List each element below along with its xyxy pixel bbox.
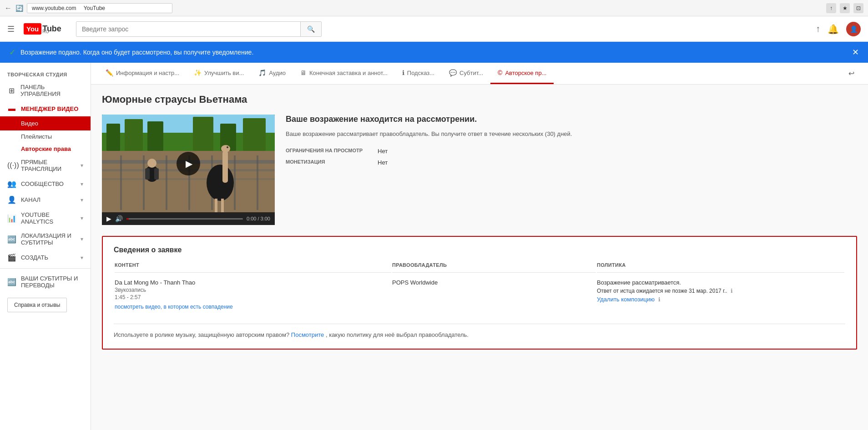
progress-bar[interactable]	[126, 218, 243, 220]
hamburger-menu[interactable]: ☰	[7, 24, 15, 34]
volume-button[interactable]: 🔊	[115, 215, 123, 222]
sidebar-video-manager-label: МЕНЕДЖЕР ВИДЕО	[21, 105, 78, 112]
monetization-label: МОНЕТИЗАЦИЯ	[286, 159, 372, 166]
browser-url-bar[interactable]: www.youtube.com YouTube	[27, 3, 172, 13]
svg-point-26	[147, 159, 156, 168]
restriction-row: ОГРАНИЧЕНИЯ НА ПРОСМОТР Нет	[286, 148, 857, 155]
svg-rect-13	[143, 155, 145, 210]
tab-copyright-icon: ©	[498, 69, 502, 76]
sidebar-item-create[interactable]: 🎬 СОЗДАТЬ ▾	[0, 250, 91, 265]
claim-footer: Используете в ролике музыку, защищённую …	[114, 324, 845, 340]
review-desc: Ваше возражение рассматривает правооблад…	[286, 130, 857, 139]
analytics-arrow: ▾	[81, 215, 83, 221]
tab-cards-label: Подсказ...	[407, 70, 434, 76]
sidebar-item-live[interactable]: ((·)) ПРЯМЫЕ ТРАНСЛЯЦИИ ▾	[0, 155, 91, 176]
tab-subtitles-label: Субтит...	[459, 70, 483, 76]
tabs-bar: ✏️ Информация и настр... ✨ Улучшить ви..…	[91, 63, 868, 85]
community-icon: 👥	[7, 180, 16, 188]
sidebar-sub-copyright[interactable]: Авторские права	[0, 143, 91, 155]
deadline-info-icon[interactable]: ℹ	[731, 288, 733, 294]
sidebar-sub-video[interactable]: Видео	[0, 116, 91, 130]
col-policy-header: ПОЛИТИКА	[597, 262, 844, 273]
notification-close-button[interactable]: ✕	[852, 47, 859, 57]
tab-info[interactable]: ✏️ Информация и настр...	[98, 63, 187, 84]
search-button[interactable]: 🔍	[300, 22, 321, 36]
delete-link[interactable]: Удалить композицию	[597, 296, 655, 303]
monetization-row: МОНЕТИЗАЦИЯ Нет	[286, 159, 857, 166]
bookmark-icon[interactable]: ★	[840, 3, 850, 13]
svg-point-21	[221, 145, 230, 152]
claim-table-header: КОНТЕНТ ПРАВООБЛАДАТЕЛЬ ПОЛИТИКА	[115, 262, 844, 273]
play-control-button[interactable]: ▶	[106, 215, 111, 222]
svg-rect-14	[166, 155, 167, 210]
community-arrow: ▾	[81, 181, 83, 187]
progress-fill	[126, 218, 129, 220]
claim-title: Сведения о заявке	[114, 246, 845, 254]
tab-audio[interactable]: 🎵 Аудио	[251, 63, 293, 84]
tab-info-label: Информация и настр...	[116, 70, 179, 76]
restriction-value: Нет	[378, 148, 388, 155]
sidebar-subtitles-label: ВАШИ СУБТИТРЫ И ПЕРЕВОДЫ	[21, 275, 83, 289]
play-button[interactable]	[177, 152, 200, 175]
tab-improve[interactable]: ✨ Улучшить ви...	[187, 63, 251, 84]
tab-subtitles[interactable]: 💬 Субтит...	[442, 63, 490, 84]
delete-info-icon[interactable]: ℹ	[658, 296, 661, 303]
sidebar-item-channel[interactable]: 👤 КАНАЛ ▾	[0, 192, 91, 208]
svg-rect-4	[147, 121, 163, 151]
sidebar-item-localization[interactable]: 🔤 ЛОКАЛИЗАЦИЯ И СУБТИТРЫ ▾	[0, 229, 91, 250]
browser-bar: ← 🔄 www.youtube.com YouTube ↑ ★ ⊡	[0, 0, 868, 16]
upload-icon[interactable]: ↑	[816, 24, 820, 34]
tab-audio-label: Аудио	[269, 70, 286, 76]
content-area: ✏️ Информация и настр... ✨ Улучшить ви..…	[91, 63, 868, 430]
logo-ru: RU	[42, 29, 61, 34]
sidebar-item-video-manager[interactable]: ▬ МЕНЕДЖЕР ВИДЕО	[0, 101, 91, 116]
bell-icon[interactable]: 🔔	[828, 24, 839, 35]
sidebar-item-subtitles[interactable]: 🔤 ВАШИ СУБТИТРЫ И ПЕРЕВОДЫ	[0, 271, 91, 292]
live-arrow: ▾	[81, 162, 83, 169]
help-button[interactable]: Справка и отзывы	[7, 298, 67, 312]
footer-text-after: , какую политику для неё выбрал правообл…	[326, 331, 469, 338]
svg-rect-20	[222, 151, 228, 183]
notification-banner: ✓ Возражение подано. Когда оно будет рас…	[0, 42, 868, 63]
policy-status: Возражение рассматривается.	[597, 279, 844, 286]
content-link[interactable]: посмотреть видео, в котором есть совпаде…	[115, 304, 233, 310]
footer-link[interactable]: Посмотрите	[291, 331, 324, 338]
svg-rect-23	[215, 199, 217, 212]
extensions-icon[interactable]: ⊡	[853, 3, 863, 13]
sidebar-studio-title: ТВОРЧЕСКАЯ СТУДИЯ	[0, 67, 91, 80]
tab-end-screen[interactable]: 🖥 Конечная заставка и аннот...	[293, 63, 395, 84]
svg-rect-2	[106, 124, 120, 151]
search-input[interactable]	[76, 22, 300, 36]
col-owner-header: ПРАВООБЛАДАТЕЛЬ	[392, 262, 596, 273]
back-button[interactable]: ←	[5, 4, 12, 12]
create-icon: 🎬	[7, 253, 16, 262]
tab-copyright[interactable]: © Авторское пр...	[490, 63, 554, 84]
col-content-header: КОНТЕНТ	[115, 262, 391, 273]
youtube-header: ☰ You Tube RU 🔍 ↑ 🔔 👤	[0, 16, 868, 42]
review-box: Ваше возражение находится на рассмотрени…	[286, 115, 857, 225]
svg-rect-17	[234, 155, 236, 210]
sidebar-item-community[interactable]: 👥 СООБЩЕСТВО ▾	[0, 176, 91, 192]
sidebar-item-analytics[interactable]: 📊 YOUTUBE ANALYTICS ▾	[0, 208, 91, 229]
upload-page-icon[interactable]: ↑	[826, 3, 836, 13]
tab-info-icon: ✏️	[106, 69, 113, 76]
tab-cards[interactable]: ℹ Подсказ...	[395, 63, 442, 84]
notification-message: Возражение подано. Когда оно будет рассм…	[20, 49, 253, 56]
channel-arrow: ▾	[81, 197, 83, 203]
tab-back-button[interactable]: ↩	[842, 65, 861, 82]
sidebar-localization-label: ЛОКАЛИЗАЦИЯ И СУБТИТРЫ	[21, 232, 76, 246]
page-body: Юморные страусы Вьетнама	[91, 85, 868, 359]
sidebar-sub-playlists[interactable]: Плейлисты	[0, 130, 91, 143]
tab-end-screen-label: Конечная заставка и аннот...	[309, 70, 388, 76]
sidebar-item-panel[interactable]: ⊞ ПАНЕЛЬ УПРАВЛЕНИЯ	[0, 80, 91, 101]
localization-arrow: ▾	[81, 236, 83, 242]
tab-audio-icon: 🎵	[258, 69, 266, 76]
svg-rect-24	[221, 199, 224, 212]
sidebar-create-label: СОЗДАТЬ	[21, 254, 48, 261]
tab-copyright-label: Авторское пр...	[505, 70, 546, 76]
video-row: ▶ 🔊 0:00 / 3:00 Ваше возражение находитс…	[102, 115, 857, 225]
user-avatar[interactable]: 👤	[846, 22, 861, 36]
svg-point-19	[207, 165, 234, 201]
sidebar-live-label: ПРЯМЫЕ ТРАНСЛЯЦИИ	[21, 159, 76, 172]
youtube-logo[interactable]: You Tube RU	[24, 23, 61, 35]
